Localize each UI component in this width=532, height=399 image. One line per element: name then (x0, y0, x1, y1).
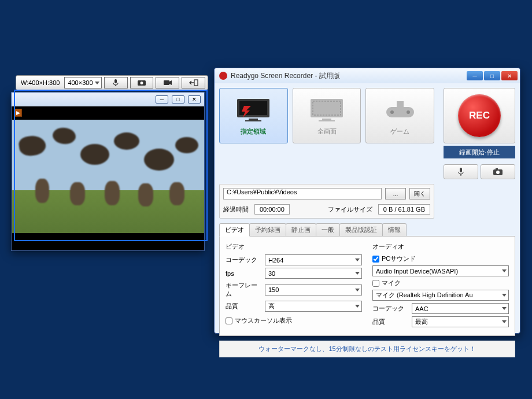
trial-notice[interactable]: ウォーターマークなし、15分制限なしのテスト用ライセンスキーをゲット！ (219, 341, 515, 357)
record-status-label: 録画開始·停止 (444, 146, 515, 158)
chevron-down-icon (355, 272, 360, 275)
open-folder-button[interactable]: 開く (409, 188, 430, 200)
video-quality-label: 品質 (226, 302, 261, 311)
mic-device-select[interactable]: マイク (Realtek High Definition Au (372, 290, 509, 301)
mic-label: マイク (382, 279, 401, 287)
record-button[interactable]: REC (444, 88, 515, 143)
preview-body: ▶ (12, 106, 204, 250)
video-content (12, 120, 204, 233)
preview-titlebar[interactable]: ─ □ ✕ (12, 93, 204, 106)
main-window: Readygo Screen Recorder - 試用版 ─ □ ✕ 指定領域… (214, 68, 520, 334)
capture-size-label: W:400×H:300 (19, 79, 62, 86)
svg-rect-9 (249, 119, 258, 120)
audio-codec-select[interactable]: AAC (412, 303, 509, 314)
svg-rect-16 (397, 101, 404, 107)
svg-point-3 (140, 82, 143, 84)
elapsed-time-value: 00:00:00 (254, 204, 290, 215)
svg-rect-24 (496, 168, 498, 170)
video-codec-select[interactable]: H264 (265, 254, 362, 265)
video-heading: ビデオ (226, 242, 362, 251)
output-path-input[interactable]: C:¥Users¥Public¥Videos (223, 188, 382, 200)
camera-button[interactable] (130, 77, 154, 88)
browse-button[interactable]: ... (385, 188, 406, 200)
svg-rect-12 (311, 99, 343, 117)
capture-size-dropdown[interactable]: 400×300 (64, 77, 101, 88)
main-titlebar[interactable]: Readygo Screen Recorder - 試用版 ─ □ ✕ (215, 68, 520, 83)
audio-codec-label: コーデック (372, 304, 408, 313)
video-camera-button[interactable] (156, 77, 179, 88)
chevron-down-icon (95, 82, 99, 84)
microphone-button[interactable] (104, 77, 128, 88)
fps-label: fps (226, 270, 261, 277)
capture-size-toolbar: W:400×H:300 400×300 (16, 75, 208, 90)
mode-game-label: ゲーム (390, 127, 409, 136)
cursor-label: マウスカーソル表示 (235, 316, 292, 325)
record-icon: REC (458, 94, 501, 137)
svg-rect-0 (114, 79, 117, 83)
audio-settings-group: オーディオ PCサウンド Audio Input Device(WASAPI) … (372, 242, 509, 330)
close-button[interactable]: ✕ (501, 71, 518, 80)
gamepad-icon (380, 96, 420, 125)
mode-game-button[interactable]: ゲーム (365, 88, 434, 143)
video-settings-group: ビデオ コーデックH264 fps30 キーフレーム150 品質高 マウスカーソ… (226, 242, 362, 330)
preview-window: ─ □ ✕ ▶ (11, 92, 205, 251)
fullscreen-icon (307, 96, 346, 125)
tab-general[interactable]: 一般 (316, 223, 340, 236)
tab-screenshot[interactable]: 静止画 (286, 223, 316, 236)
audio-heading: オーディオ (372, 242, 509, 251)
svg-point-18 (390, 110, 394, 114)
keyframe-select[interactable]: 150 (265, 285, 362, 295)
monitor-icon (234, 96, 273, 125)
video-quality-select[interactable]: 高 (265, 301, 362, 312)
settings-tabs: ビデオ 予約録画 静止画 一般 製品版認証 情報 (219, 223, 515, 237)
cursor-checkbox[interactable] (226, 317, 232, 324)
svg-rect-10 (245, 120, 261, 121)
chevron-down-icon (502, 320, 507, 323)
maximize-button[interactable]: □ (484, 71, 500, 80)
svg-marker-5 (169, 80, 172, 85)
pcsound-checkbox[interactable] (372, 256, 379, 263)
svg-point-19 (407, 110, 410, 114)
tool-camera-button[interactable] (481, 164, 515, 179)
svg-rect-15 (319, 120, 335, 121)
svg-rect-6 (194, 80, 198, 86)
mode-region-button[interactable]: 指定領域 (219, 88, 288, 143)
chevron-down-icon (502, 307, 507, 310)
tab-video[interactable]: ビデオ (219, 223, 250, 237)
svg-rect-14 (322, 119, 331, 120)
exit-button[interactable] (182, 77, 205, 88)
fps-select[interactable]: 30 (265, 268, 362, 279)
tool-mic-button[interactable] (444, 164, 478, 179)
tab-license[interactable]: 製品版認証 (339, 223, 383, 236)
svg-point-23 (496, 171, 500, 174)
tab-scheduled[interactable]: 予約録画 (249, 223, 286, 236)
app-icon (219, 72, 227, 80)
file-size-label: ファイルサイズ (328, 205, 372, 214)
play-icon[interactable]: ▶ (14, 109, 22, 117)
audio-quality-label: 品質 (372, 317, 408, 326)
preview-minimize-button[interactable]: ─ (156, 95, 168, 104)
pcsound-device-select[interactable]: Audio Input Device(WASAPI) (372, 265, 509, 276)
mic-checkbox[interactable] (372, 280, 379, 287)
chevron-down-icon (502, 294, 507, 297)
minimize-button[interactable]: ─ (467, 71, 483, 80)
svg-rect-4 (164, 80, 169, 85)
preview-close-button[interactable]: ✕ (188, 95, 201, 104)
chevron-down-icon (355, 258, 360, 261)
mode-region-label: 指定領域 (241, 127, 266, 136)
audio-quality-select[interactable]: 最高 (412, 316, 509, 327)
mode-fullscreen-button[interactable]: 全画面 (293, 88, 361, 143)
capture-size-value: 400×300 (68, 79, 93, 86)
app-title: Readygo Screen Recorder - 試用版 (231, 71, 340, 81)
keyframe-label: キーフレーム (226, 281, 261, 298)
mode-fullscreen-label: 全画面 (317, 127, 337, 136)
chevron-down-icon (355, 305, 360, 308)
codec-label: コーデック (226, 256, 261, 264)
preview-maximize-button[interactable]: □ (172, 95, 184, 104)
tab-info[interactable]: 情報 (382, 223, 407, 236)
chevron-down-icon (355, 289, 360, 291)
pcsound-label: PCサウンド (382, 254, 416, 263)
elapsed-time-label: 経過時間 (223, 205, 249, 214)
svg-rect-20 (460, 168, 462, 172)
chevron-down-icon (502, 269, 507, 272)
